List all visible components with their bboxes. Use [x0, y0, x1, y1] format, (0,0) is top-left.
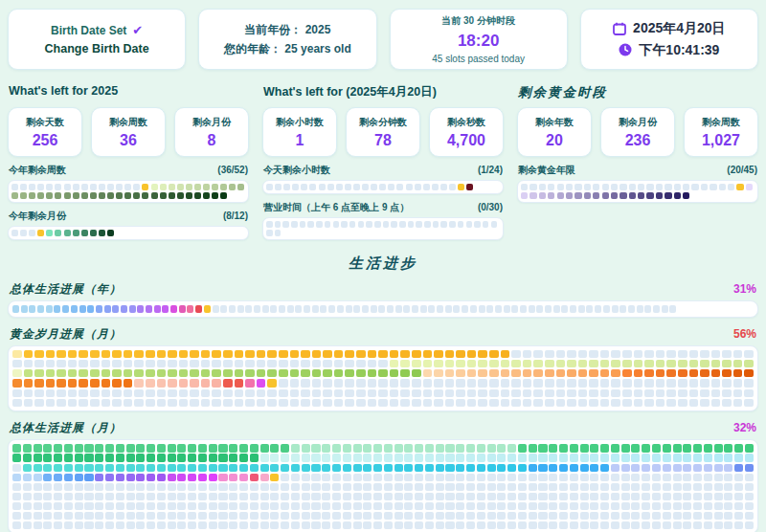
progress-cell — [353, 521, 362, 529]
progress-cell — [302, 474, 310, 481]
progress-cell — [279, 379, 288, 387]
progress-cell — [23, 502, 32, 510]
progress-cell — [663, 502, 671, 510]
progress-cell — [54, 512, 62, 520]
progress-cell — [295, 305, 302, 313]
progress-cell — [43, 512, 52, 520]
progress-cell — [129, 305, 136, 313]
progress-cell — [711, 389, 721, 397]
progress-cell — [456, 474, 464, 481]
progress-cell — [580, 521, 589, 529]
progress-cell — [146, 379, 155, 387]
progress-cell — [642, 521, 650, 529]
progress-cell — [559, 493, 568, 500]
progress-cell — [218, 512, 227, 520]
progress-cell — [436, 454, 444, 461]
progress-cell — [518, 512, 527, 520]
progress-cell — [734, 464, 743, 472]
progress-cell — [356, 369, 366, 377]
progress-cell — [267, 360, 277, 367]
progress-cell — [622, 379, 632, 387]
progress-cell — [84, 474, 93, 481]
progress-cell — [634, 369, 643, 377]
progress-cell — [570, 474, 578, 481]
progress-cell — [412, 389, 421, 397]
progress-cell — [456, 493, 464, 500]
progress-cell — [384, 521, 393, 529]
progress-cell — [368, 350, 377, 358]
progress-cell — [68, 360, 78, 367]
progress-cell — [332, 474, 341, 481]
progress-cell — [79, 360, 88, 367]
progress-cell — [378, 360, 388, 367]
progress-cell — [373, 444, 382, 452]
progress-cell — [353, 464, 362, 472]
progress-cell — [666, 389, 676, 397]
progress-cell — [160, 184, 167, 190]
progress-cell — [79, 369, 88, 377]
progress-cell — [590, 464, 598, 472]
progress-cell — [497, 474, 506, 481]
progress-cell — [218, 493, 227, 500]
progress-cell — [412, 399, 421, 407]
progress-cell — [466, 474, 475, 481]
progress-cell — [290, 399, 300, 407]
progress-cell — [37, 192, 44, 199]
progress-cell — [304, 305, 310, 313]
progress-cell — [84, 444, 93, 452]
progress-cell — [734, 521, 743, 529]
progress-cell — [218, 521, 227, 529]
progress-cell — [378, 369, 388, 377]
progress-cell — [724, 502, 732, 510]
progress-cell — [634, 399, 643, 407]
progress-cell — [198, 521, 207, 529]
progress-cell — [631, 521, 640, 529]
progress-cell — [533, 379, 543, 387]
progress-cell — [186, 192, 192, 199]
progress-cell — [75, 493, 83, 500]
progress-cell — [404, 502, 413, 510]
progress-cell — [235, 379, 244, 387]
progress-cell — [693, 512, 702, 520]
progress-cell — [291, 521, 300, 529]
progress-cell — [487, 474, 496, 481]
progress-cell — [497, 493, 506, 500]
progress-cell — [43, 474, 52, 481]
progress-cell — [714, 444, 723, 452]
progress-cell — [46, 369, 56, 377]
progress-cell — [157, 464, 166, 472]
progress-cell — [373, 483, 382, 491]
progress-cell — [456, 360, 465, 367]
progress-cell — [501, 369, 510, 377]
progress-cell — [538, 454, 547, 461]
progress-cell — [179, 379, 189, 387]
progress-cell — [378, 305, 385, 313]
progress-cell — [356, 389, 366, 397]
progress-cell — [177, 512, 186, 520]
progress-cell — [260, 474, 269, 481]
progress-cell — [270, 464, 279, 472]
change-birth-date-button[interactable]: Change Birth Date — [45, 42, 149, 55]
progress-cell — [34, 483, 42, 491]
stat-value: 20 — [546, 133, 563, 148]
progress-cell — [213, 305, 219, 313]
progress-cell — [136, 464, 145, 472]
progress-cell — [666, 369, 676, 377]
progress-cell — [390, 399, 399, 407]
progress-cell — [162, 305, 169, 313]
progress-cell — [456, 512, 464, 520]
progress-cell — [146, 350, 155, 358]
progress-cell — [24, 379, 34, 387]
progress-cell — [724, 474, 732, 481]
progress-cell — [580, 493, 589, 500]
progress-cell — [179, 305, 186, 313]
progress-cell — [584, 192, 591, 199]
progress-cell — [11, 230, 18, 236]
progress-cell — [445, 474, 454, 481]
progress-cell — [322, 454, 330, 461]
progress-cell — [84, 493, 93, 500]
progress-cell — [387, 305, 394, 313]
progress-cell — [250, 493, 259, 500]
bar-label: 今年剩余月份 — [9, 210, 66, 223]
progress-cell — [559, 464, 568, 472]
